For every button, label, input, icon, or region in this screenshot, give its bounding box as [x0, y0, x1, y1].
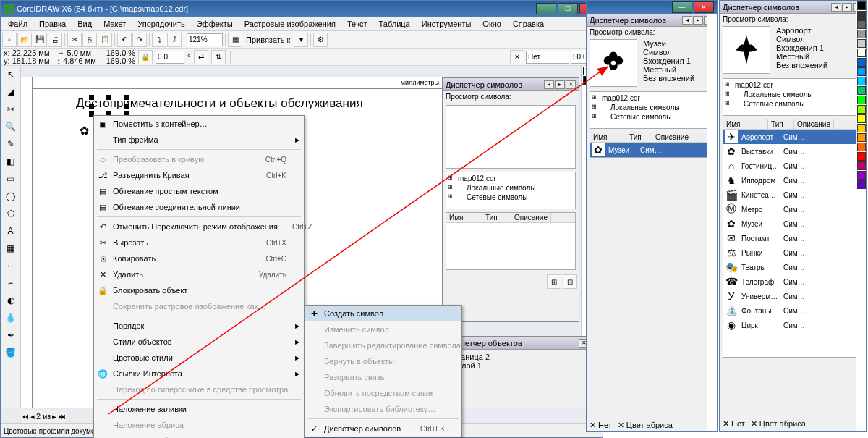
fill-tool-icon[interactable]: 🪣 — [2, 345, 20, 361]
symbol-submenu[interactable]: ✚Создать символИзменить символЗавершить … — [305, 305, 462, 437]
menu-bitmaps[interactable]: Растровые изображения — [239, 18, 341, 30]
selection-handles[interactable] — [89, 95, 129, 117]
tree-item[interactable]: Сетевые символы — [448, 193, 574, 202]
menubar[interactable]: Файл Правка Вид Макет Упорядочить Эффект… — [1, 17, 603, 31]
symbol-list[interactable]: ИмяТипОписание ✿ Музеи Сим… — [590, 132, 714, 158]
paste-button[interactable]: 📋 — [98, 33, 112, 47]
menu-item[interactable]: ✂ВырезатьCtrl+X — [94, 235, 304, 250]
list-item[interactable]: ✈АэропортСим… — [723, 130, 862, 144]
menu-item[interactable]: Тип фрейма▶ — [94, 132, 304, 148]
menu-help[interactable]: Справка — [507, 18, 550, 30]
mirror-v-icon[interactable]: ⇅ — [211, 50, 226, 64]
menu-arrange[interactable]: Упорядочить — [132, 18, 190, 30]
menu-item[interactable]: 🌐Ссылки Интернета▶ — [94, 366, 304, 382]
outline-tool-icon[interactable]: ✒ — [2, 327, 20, 343]
menu-item[interactable]: 🔒Блокировать объект — [94, 282, 304, 298]
menu-item[interactable]: ⎘КопироватьCtrl+C — [94, 250, 304, 266]
layer-item[interactable]: Страница 2 — [447, 353, 589, 361]
list-item[interactable]: 🎬Кинотеа…Сим… — [723, 188, 862, 202]
menu-file[interactable]: Файл — [2, 18, 33, 30]
layer-item[interactable]: Слой 1 — [447, 361, 589, 370]
print-button[interactable]: 🖨 — [48, 33, 62, 47]
copy-button[interactable]: ⎘ — [82, 33, 97, 47]
snap-button[interactable]: ▦ — [228, 33, 242, 47]
shape-tool-icon[interactable]: ◢ — [2, 84, 20, 100]
open-button[interactable]: 📂 — [17, 33, 32, 47]
menu-item[interactable]: Подсказки к объектам▶ — [94, 433, 304, 438]
zoom-input[interactable] — [187, 33, 223, 46]
tree-item[interactable]: map012.cdr — [448, 174, 574, 183]
new-button[interactable]: ▫ — [2, 33, 17, 47]
list-item[interactable]: ✉ПостамтСим… — [723, 231, 862, 245]
import-button[interactable]: ⤵ — [152, 33, 166, 47]
pick-tool-icon[interactable]: ↖ — [2, 67, 20, 83]
list-item[interactable]: ⌂Гостиниц…Сим… — [723, 159, 862, 173]
symbol-tree[interactable]: map012.cdr Локальные символы Сетевые сим… — [723, 78, 863, 116]
fill-combo[interactable] — [526, 51, 569, 64]
menu-item[interactable]: ⎇Разъединить КриваяCtrl+K — [94, 167, 304, 183]
symbol-tree[interactable]: map012.cdr Локальные символы Сетевые сим… — [590, 91, 714, 129]
connector-tool-icon[interactable]: ⌐ — [2, 275, 20, 291]
maximize-button[interactable]: ☐ — [558, 3, 578, 14]
menu-item[interactable]: ✕УдалитьУдалить — [94, 266, 304, 282]
cut-button[interactable]: ✂ — [67, 33, 82, 47]
menu-layout[interactable]: Макет — [98, 18, 132, 30]
docker-prev-icon[interactable]: ◂ — [544, 80, 554, 89]
polygon-tool-icon[interactable]: ⬠ — [2, 206, 20, 222]
menu-item[interactable]: ▤Обтекание соединительной линии — [94, 199, 304, 215]
export-button[interactable]: ⤴ — [167, 33, 182, 47]
eyedropper-tool-icon[interactable]: 💧 — [2, 310, 20, 326]
crop-tool-icon[interactable]: ✂ — [2, 101, 20, 117]
docker-close-icon[interactable]: ✕ — [566, 80, 576, 89]
freehand-tool-icon[interactable]: ✎ — [2, 136, 20, 152]
ellipse-tool-icon[interactable]: ◯ — [2, 188, 20, 204]
docker-next-icon[interactable]: ▸ — [555, 80, 565, 89]
docker-btn-icon[interactable]: ⊞ — [547, 274, 561, 289]
minimize-button[interactable]: — — [536, 3, 556, 14]
list-item[interactable]: ⚖РынкиСим… — [723, 245, 862, 260]
menu-item[interactable]: ↶Отменить Переключить режим отображенияC… — [94, 219, 304, 235]
menu-text[interactable]: Текст — [341, 18, 373, 30]
save-button[interactable]: 💾 — [33, 33, 47, 47]
close-button[interactable]: ✕ — [694, 1, 714, 13]
minimize-button[interactable]: — — [672, 1, 692, 13]
menu-item[interactable]: Цветовые стили▶ — [94, 350, 304, 366]
symbol-list[interactable]: Имя Тип Описание — [446, 212, 576, 270]
list-item[interactable]: ✿МузеиСим… — [723, 216, 862, 231]
smart-tool-icon[interactable]: ◧ — [2, 153, 20, 169]
menu-table[interactable]: Таблица — [373, 18, 416, 30]
fill-icon[interactable]: ✕ — [510, 50, 524, 64]
menu-item[interactable]: ✚Создать символ — [305, 306, 461, 321]
list-item[interactable]: ☎ТелеграфСим… — [723, 274, 862, 289]
tree-item[interactable]: Локальные символы — [448, 183, 574, 193]
mirror-h-icon[interactable]: ⇄ — [194, 50, 208, 64]
table-tool-icon[interactable]: ▦ — [2, 240, 20, 256]
redo-button[interactable]: ↷ — [132, 33, 147, 47]
docker-btn-icon[interactable]: ⊟ — [563, 274, 577, 289]
list-item[interactable]: ♞ИпподромСим… — [723, 173, 862, 188]
menu-tools[interactable]: Инструменты — [416, 18, 477, 30]
context-menu[interactable]: ▣Поместить в контейнер…Тип фрейма▶◇Преоб… — [93, 115, 305, 438]
list-item[interactable]: ✿ВыставкиСим… — [723, 144, 862, 159]
menu-view[interactable]: Вид — [72, 18, 98, 30]
list-item[interactable]: ◉ЦиркСим… — [723, 318, 862, 332]
symbol-tree[interactable]: map012.cdr Локальные символы Сетевые сим… — [446, 172, 576, 209]
list-item[interactable]: ⓂМетроСим… — [723, 202, 862, 216]
menu-effects[interactable]: Эффекты — [191, 18, 239, 30]
snap-dropdown-icon[interactable]: ▾ — [294, 33, 308, 47]
dimension-tool-icon[interactable]: ↔ — [2, 258, 20, 274]
zoom-tool-icon[interactable]: 🔍 — [2, 119, 20, 135]
list-item[interactable]: ⛲ФонтаныСим… — [723, 303, 862, 318]
menu-item[interactable]: Наложение заливки — [94, 401, 304, 417]
text-tool-icon[interactable]: A — [2, 223, 20, 239]
symbol-list[interactable]: ИмяТипОписание ✈АэропортСим…✿ВыставкиСим… — [723, 119, 863, 358]
page-navigator[interactable]: ⏮◂2 из▸⏭ — [21, 410, 66, 423]
menu-item[interactable]: ▣Поместить в контейнер… — [94, 116, 304, 132]
lock-ratio-icon[interactable]: 🔒 — [138, 50, 153, 64]
menu-item[interactable]: Порядок▶ — [94, 318, 304, 334]
list-item[interactable]: 🎭ТеатрыСим… — [723, 260, 862, 274]
options-button[interactable]: ⚙ — [313, 33, 328, 47]
menu-item[interactable]: ▤Обтекание простым текстом — [94, 183, 304, 199]
rectangle-tool-icon[interactable]: ▭ — [2, 171, 20, 187]
effects-tool-icon[interactable]: ◐ — [2, 292, 20, 308]
